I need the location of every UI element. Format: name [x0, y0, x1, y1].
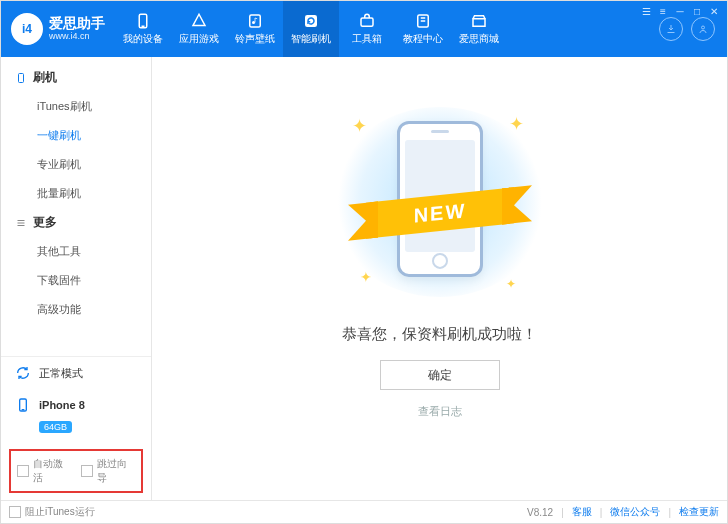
checkbox-box-icon	[9, 506, 21, 518]
svg-point-3	[252, 21, 255, 24]
user-button[interactable]	[691, 17, 715, 41]
nav-apps[interactable]: 应用游戏	[171, 1, 227, 57]
sidebar: 刷机 iTunes刷机 一键刷机 专业刷机 批量刷机 更多 其他工具 下载固件 …	[1, 57, 152, 501]
service-link[interactable]: 客服	[572, 505, 592, 519]
phone-icon	[134, 12, 152, 30]
nav-label: 我的设备	[123, 32, 163, 46]
store-icon	[470, 12, 488, 30]
storage-badge: 64GB	[39, 421, 72, 433]
sparkle-icon: ✦	[360, 269, 372, 285]
block-itunes-checkbox[interactable]: 阻止iTunes运行	[9, 505, 95, 519]
checkbox-label: 自动激活	[33, 457, 71, 485]
titlebar-controls: ☰ ≡ ─ □ ✕	[639, 5, 721, 17]
svg-rect-10	[19, 73, 24, 82]
device-row[interactable]: iPhone 8 64GB	[1, 389, 151, 441]
update-link[interactable]: 检查更新	[679, 505, 719, 519]
logo-badge-icon: i4	[11, 13, 43, 45]
wechat-link[interactable]: 微信公众号	[610, 505, 660, 519]
nav-ringtones[interactable]: 铃声壁纸	[227, 1, 283, 57]
nav-label: 铃声壁纸	[235, 32, 275, 46]
apps-icon	[190, 12, 208, 30]
music-icon	[246, 12, 264, 30]
app-window: ☰ ≡ ─ □ ✕ i4 爱思助手 www.i4.cn 我的设备 应用游戏	[0, 0, 728, 524]
svg-rect-4	[305, 15, 317, 27]
ribbon-label: NEW	[370, 188, 510, 239]
header-bar: i4 爱思助手 www.i4.cn 我的设备 应用游戏 铃声壁纸 智能刷机	[1, 1, 727, 57]
download-icon	[665, 23, 677, 35]
sidebar-scroll: 刷机 iTunes刷机 一键刷机 专业刷机 批量刷机 更多 其他工具 下载固件 …	[1, 57, 151, 356]
status-right: V8.12 | 客服 | 微信公众号 | 检查更新	[527, 505, 719, 519]
svg-rect-5	[361, 18, 373, 26]
menu-lines-icon	[15, 217, 27, 229]
checkbox-label: 跳过向导	[97, 457, 135, 485]
nav-label: 智能刷机	[291, 32, 331, 46]
sidebar-item-advanced[interactable]: 高级功能	[1, 295, 151, 324]
view-log-link[interactable]: 查看日志	[418, 404, 462, 419]
nav-label: 教程中心	[403, 32, 443, 46]
success-illustration: ✦ ✦ ✦ ✦ NEW	[330, 107, 550, 297]
svg-point-9	[702, 26, 705, 29]
separator: |	[600, 507, 603, 518]
checkbox-box-icon	[81, 465, 93, 477]
nav-flash[interactable]: 智能刷机	[283, 1, 339, 57]
mode-label: 正常模式	[39, 366, 83, 381]
minimize-icon[interactable]: ─	[673, 5, 687, 17]
status-left: 阻止iTunes运行	[9, 505, 95, 519]
new-ribbon: NEW	[370, 195, 510, 231]
user-icon	[697, 23, 709, 35]
sidebar-section-more[interactable]: 更多	[1, 208, 151, 237]
main-panel: ✦ ✦ ✦ ✦ NEW 恭喜您，保资料刷机成功啦！ 确定 查看日志	[152, 57, 727, 501]
app-logo[interactable]: i4 爱思助手 www.i4.cn	[1, 1, 115, 57]
nav-label: 爱思商城	[459, 32, 499, 46]
section-title: 刷机	[33, 69, 57, 86]
sidebar-item-itunes-flash[interactable]: iTunes刷机	[1, 92, 151, 121]
app-name: 爱思助手	[49, 16, 105, 31]
version-label: V8.12	[527, 507, 553, 518]
nav-store[interactable]: 爱思商城	[451, 1, 507, 57]
checkbox-box-icon	[17, 465, 29, 477]
menu-icon[interactable]: ≡	[656, 5, 670, 17]
auto-activate-checkbox[interactable]: 自动激活	[17, 457, 71, 485]
phone-outline-icon	[15, 72, 27, 84]
sidebar-item-pro-flash[interactable]: 专业刷机	[1, 150, 151, 179]
sparkle-icon: ✦	[509, 113, 524, 135]
toolbox-icon	[358, 12, 376, 30]
nav-label: 应用游戏	[179, 32, 219, 46]
download-button[interactable]	[659, 17, 683, 41]
nav-my-device[interactable]: 我的设备	[115, 1, 171, 57]
separator: |	[561, 507, 564, 518]
separator: |	[668, 507, 671, 518]
sparkle-icon: ✦	[506, 277, 516, 291]
sidebar-item-batch-flash[interactable]: 批量刷机	[1, 179, 151, 208]
app-url: www.i4.cn	[49, 32, 105, 42]
sidebar-bottom: 正常模式 iPhone 8 64GB 自动激活 跳过向导	[1, 356, 151, 501]
nav-toolbox[interactable]: 工具箱	[339, 1, 395, 57]
book-icon	[414, 12, 432, 30]
mode-row[interactable]: 正常模式	[1, 357, 151, 389]
sparkle-icon: ✦	[352, 115, 367, 137]
device-phone-icon	[15, 397, 31, 413]
device-name: iPhone 8	[39, 399, 85, 411]
nav-label: 工具箱	[352, 32, 382, 46]
skip-guide-checkbox[interactable]: 跳过向导	[81, 457, 135, 485]
close-icon[interactable]: ✕	[707, 5, 721, 17]
checkbox-label: 阻止iTunes运行	[25, 505, 95, 519]
nav-tabs: 我的设备 应用游戏 铃声壁纸 智能刷机 工具箱 教程中心	[115, 1, 647, 57]
nav-tutorial[interactable]: 教程中心	[395, 1, 451, 57]
ok-button[interactable]: 确定	[380, 360, 500, 390]
maximize-icon[interactable]: □	[690, 5, 704, 17]
section-title: 更多	[33, 214, 57, 231]
skin-icon[interactable]: ☰	[639, 5, 653, 17]
sidebar-item-other-tools[interactable]: 其他工具	[1, 237, 151, 266]
sync-icon	[15, 365, 31, 381]
sidebar-item-download-firmware[interactable]: 下载固件	[1, 266, 151, 295]
body: 刷机 iTunes刷机 一键刷机 专业刷机 批量刷机 更多 其他工具 下载固件 …	[1, 57, 727, 501]
sidebar-item-oneclick-flash[interactable]: 一键刷机	[1, 121, 151, 150]
sidebar-section-flash[interactable]: 刷机	[1, 63, 151, 92]
status-bar: 阻止iTunes运行 V8.12 | 客服 | 微信公众号 | 检查更新	[1, 500, 727, 523]
highlighted-options: 自动激活 跳过向导	[9, 449, 143, 493]
refresh-icon	[302, 12, 320, 30]
success-message: 恭喜您，保资料刷机成功啦！	[342, 325, 537, 344]
